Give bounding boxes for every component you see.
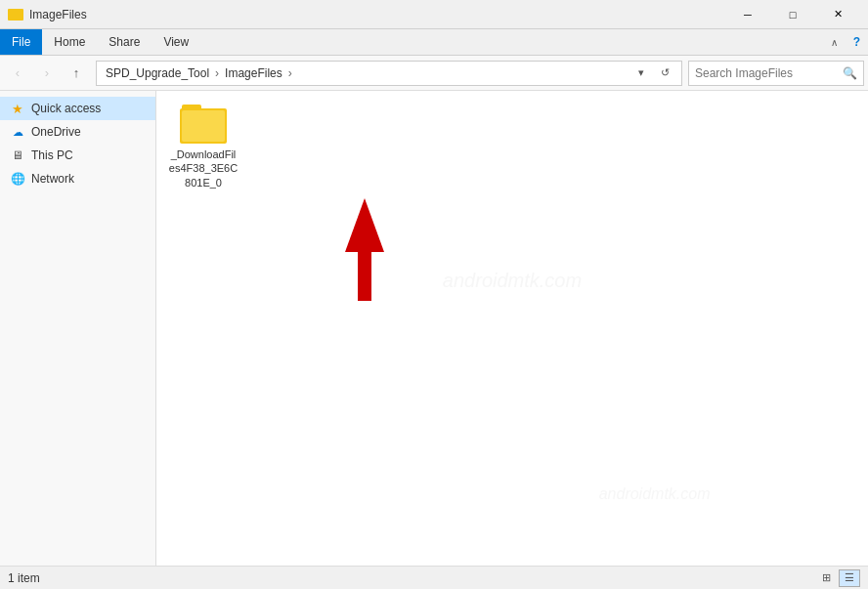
watermark: androidmtk.com [443,270,582,292]
status-item-count: 1 item [8,571,40,585]
address-bar[interactable]: SPD_Upgrade_Tool › ImageFiles › ▾ ↺ [96,61,682,86]
sidebar-label-onedrive: OneDrive [31,125,81,139]
sidebar-item-this-pc[interactable]: 🖥 This PC [0,144,155,167]
title-bar-title: ImageFiles [29,8,725,21]
separator-1: › [215,66,219,80]
sidebar-item-quick-access[interactable]: ★ Quick access [0,97,155,120]
back-button[interactable]: ‹ [4,60,31,87]
folder-item-download[interactable]: _DownloadFiles4F38_3E6C801E_0 [164,99,242,195]
view-large-icons-btn[interactable]: ⊞ [815,569,837,587]
svg-rect-0 [358,247,371,301]
ribbon-help-btn[interactable]: ? [846,29,868,55]
title-folder-icon [8,9,23,21]
view-details-btn[interactable]: ☰ [839,569,860,587]
sidebar-label-quick-access: Quick access [31,102,101,115]
tab-home[interactable]: Home [42,29,97,55]
maximize-button[interactable]: □ [770,0,815,29]
up-button[interactable]: ↑ [63,60,90,87]
tab-file[interactable]: File [0,29,42,55]
sidebar-item-onedrive[interactable]: ☁ OneDrive [0,120,155,144]
separator-2: › [288,66,292,80]
sidebar-label-network: Network [31,172,74,186]
address-path: SPD_Upgrade_Tool › ImageFiles › [103,64,630,82]
title-bar: ImageFiles ─ □ ✕ [0,0,868,29]
ribbon-tabs: File Home Share View ∧ ? [0,29,868,55]
status-bar: 1 item ⊞ ☰ [0,566,868,589]
address-dropdown-btn[interactable]: ▾ [630,63,652,84]
folder-body [180,108,227,144]
cloud-icon: ☁ [10,124,25,140]
network-icon: 🌐 [10,171,25,187]
folder-icon [180,105,227,144]
close-button[interactable]: ✕ [815,0,860,29]
search-icon: 🔍 [843,66,857,80]
folder-body-inner [182,110,225,142]
minimize-button[interactable]: ─ [725,0,770,29]
search-input[interactable] [695,66,843,80]
svg-marker-1 [345,198,384,252]
ribbon-collapse-btn[interactable]: ∧ [823,29,846,55]
sidebar-item-network[interactable]: 🌐 Network [0,167,155,190]
search-bar[interactable]: 🔍 [688,61,864,86]
pc-icon: 🖥 [10,147,25,163]
main: ★ Quick access ☁ OneDrive 🖥 This PC 🌐 Ne… [0,91,868,566]
arrow-annotation [340,198,389,309]
title-bar-controls: ─ □ ✕ [725,0,860,29]
sidebar: ★ Quick access ☁ OneDrive 🖥 This PC 🌐 Ne… [0,91,156,566]
watermark2: androidmtk.com [599,485,711,503]
address-bar-actions: ▾ ↺ [630,63,675,84]
tab-share[interactable]: Share [97,29,152,55]
tab-view[interactable]: View [152,29,200,55]
breadcrumb-spd[interactable]: SPD_Upgrade_Tool [103,64,212,82]
folder-label: _DownloadFiles4F38_3E6C801E_0 [168,147,239,189]
star-icon: ★ [10,101,25,116]
ribbon: File Home Share View ∧ ? [0,29,868,56]
toolbar: ‹ › ↑ SPD_Upgrade_Tool › ImageFiles › ▾ … [0,56,868,91]
status-view-buttons: ⊞ ☰ [815,569,860,587]
address-refresh-btn[interactable]: ↺ [654,63,675,84]
sidebar-label-this-pc: This PC [31,148,73,162]
breadcrumb-imagefiles[interactable]: ImageFiles [222,64,285,82]
content-area: androidmtk.com _DownloadFiles4F38_3E6C80… [156,91,868,566]
forward-button[interactable]: › [33,60,61,87]
